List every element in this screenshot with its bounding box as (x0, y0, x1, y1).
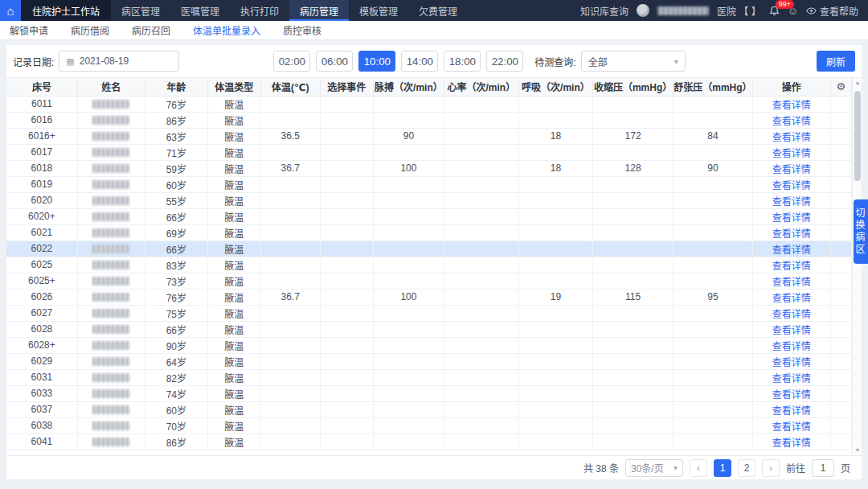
config-cell (830, 144, 851, 160)
table-row[interactable]: 602266岁腋温查看详情 (6, 240, 852, 257)
top-menu-item[interactable]: 执行打印 (230, 0, 289, 21)
pulse-cell (373, 112, 444, 128)
table-row[interactable]: 602775岁腋温查看详情 (6, 305, 852, 321)
page-size-select[interactable]: 30条/页 ▾ (625, 459, 683, 477)
record-date-input[interactable]: ▦ 2021-08-19 (59, 51, 179, 72)
table-row[interactable]: 602055岁腋温查看详情 (6, 192, 852, 208)
view-detail-link[interactable]: 查看详情 (772, 212, 811, 224)
table-row[interactable]: 602169岁腋温查看详情 (6, 224, 852, 240)
table-row[interactable]: 6020+66岁腋温查看详情 (6, 208, 852, 224)
subnav-item[interactable]: 解锁申请 (10, 23, 48, 37)
view-detail-link[interactable]: 查看详情 (772, 293, 811, 304)
patient-name-masked (92, 132, 129, 141)
diastolic-cell (674, 224, 753, 240)
patient-name-cell (77, 112, 145, 128)
view-detail-link[interactable]: 查看详情 (772, 341, 811, 352)
table-row[interactable]: 603374岁腋温查看详情 (6, 385, 852, 401)
top-menu-item[interactable]: 医嘱管理 (170, 0, 230, 21)
table-row[interactable]: 601176岁腋温查看详情 (6, 96, 852, 112)
view-detail-link[interactable]: 查看详情 (772, 116, 811, 127)
table-row[interactable]: 602676岁腋温36.71001911595查看详情 (6, 289, 852, 305)
view-detail-link[interactable]: 查看详情 (772, 357, 811, 368)
time-slot-button[interactable]: 10:00 (358, 51, 395, 72)
table-row[interactable]: 601960岁腋温查看详情 (6, 176, 852, 192)
pulse-cell (373, 208, 444, 224)
view-detail-link[interactable]: 查看详情 (772, 325, 811, 336)
scrollbar-thumb[interactable] (854, 91, 861, 181)
view-detail-link[interactable]: 查看详情 (772, 438, 811, 449)
gear-icon[interactable]: ⚙ (836, 80, 845, 92)
view-detail-link[interactable]: 查看详情 (772, 405, 811, 417)
top-menu-item[interactable]: 欠费管理 (408, 0, 468, 21)
event-cell (320, 321, 373, 337)
scroll-down-icon[interactable]: ▼ (853, 446, 862, 455)
time-slot-button[interactable]: 06:00 (316, 51, 353, 72)
home-icon[interactable]: ⌂ (0, 0, 21, 21)
table-row[interactable]: 6016+63岁腋温36.5901817284查看详情 (6, 128, 852, 144)
view-detail-link[interactable]: 查看详情 (772, 132, 811, 143)
table-row[interactable]: 6025+73岁腋温查看详情 (6, 273, 852, 289)
table-row[interactable]: 604186岁腋温查看详情 (6, 434, 852, 450)
subnav-item[interactable]: 质控审核 (283, 23, 321, 37)
pending-query-select[interactable]: 全部 ▾ (581, 51, 686, 72)
top-right-tools: 知识库查询 医院 【 】 99+ ☺ 查看帮助 (580, 0, 868, 21)
page-number-button[interactable]: 2 (738, 459, 755, 477)
config-cell (830, 96, 851, 112)
goto-page-input[interactable] (812, 459, 834, 477)
subnav-item[interactable]: 病历召回 (132, 23, 170, 37)
view-detail-link[interactable]: 查看详情 (772, 164, 811, 175)
time-slot-button[interactable]: 22:00 (486, 51, 523, 72)
top-menu-item[interactable]: 模板管理 (349, 0, 408, 21)
view-detail-link[interactable]: 查看详情 (772, 100, 811, 111)
top-menu-item[interactable]: 病区管理 (111, 0, 170, 21)
table-row[interactable]: 603870岁腋温查看详情 (6, 417, 852, 434)
view-detail-link[interactable]: 查看详情 (772, 180, 811, 191)
top-menu-item[interactable]: 病历管理 (289, 0, 349, 21)
table-row[interactable]: 603182岁腋温查看详情 (6, 369, 852, 385)
table-row[interactable]: 602964岁腋温查看详情 (6, 353, 852, 369)
table-row[interactable]: 601686岁腋温查看详情 (6, 112, 852, 128)
view-detail-link[interactable]: 查看详情 (772, 389, 811, 401)
help-link[interactable]: 查看帮助 (806, 4, 858, 18)
prev-page-button[interactable]: ‹ (690, 459, 707, 477)
next-page-button[interactable]: › (762, 459, 780, 477)
time-slot-button[interactable]: 02:00 (273, 51, 310, 72)
table-row[interactable]: 602583岁腋温查看详情 (6, 257, 852, 273)
avatar[interactable] (637, 4, 649, 17)
table-row[interactable]: 601859岁腋温36.71001812890查看详情 (6, 160, 852, 176)
view-detail-link[interactable]: 查看详情 (772, 196, 811, 208)
page-number-button[interactable]: 1 (714, 459, 731, 477)
vertical-scrollbar[interactable]: ▲ ▼ (852, 78, 862, 455)
refresh-button[interactable]: 刷新 (817, 51, 855, 72)
action-cell: 查看详情 (752, 337, 830, 353)
kb-search-link[interactable]: 知识库查询 (580, 4, 628, 18)
time-slot-button[interactable]: 18:00 (444, 51, 481, 72)
event-cell (320, 160, 373, 176)
view-detail-link[interactable]: 查看详情 (772, 421, 811, 433)
bell-icon[interactable]: 99+ (769, 6, 780, 16)
action-cell: 查看详情 (752, 208, 830, 224)
ward-switch-button[interactable]: 切换病区 (854, 199, 868, 264)
workstation-tab[interactable]: 住院护士工作站 (21, 0, 111, 21)
view-detail-link[interactable]: 查看详情 (772, 228, 811, 240)
subnav-item[interactable]: 病历借阅 (71, 23, 109, 37)
patient-name-cell (77, 385, 145, 401)
view-detail-link[interactable]: 查看详情 (772, 244, 811, 256)
view-detail-link[interactable]: 查看详情 (772, 148, 811, 159)
patient-name-masked (92, 180, 129, 189)
age-cell: 73岁 (145, 273, 207, 289)
patient-name-masked (92, 421, 129, 430)
table-row[interactable]: 601771岁腋温查看详情 (6, 144, 852, 160)
view-detail-link[interactable]: 查看详情 (772, 373, 811, 384)
scroll-up-icon[interactable]: ▲ (853, 78, 862, 88)
temp-cell (260, 273, 320, 289)
view-detail-link[interactable]: 查看详情 (772, 277, 811, 288)
bed-cell: 6031 (6, 369, 77, 385)
view-detail-link[interactable]: 查看详情 (772, 261, 811, 272)
table-row[interactable]: 603760岁腋温查看详情 (6, 401, 852, 417)
subnav-item[interactable]: 体温单批量录入 (193, 23, 260, 37)
table-row[interactable]: 6028+90岁腋温查看详情 (6, 337, 852, 353)
table-row[interactable]: 602866岁腋温查看详情 (6, 321, 852, 337)
time-slot-button[interactable]: 14:00 (401, 51, 438, 72)
view-detail-link[interactable]: 查看详情 (772, 309, 811, 320)
